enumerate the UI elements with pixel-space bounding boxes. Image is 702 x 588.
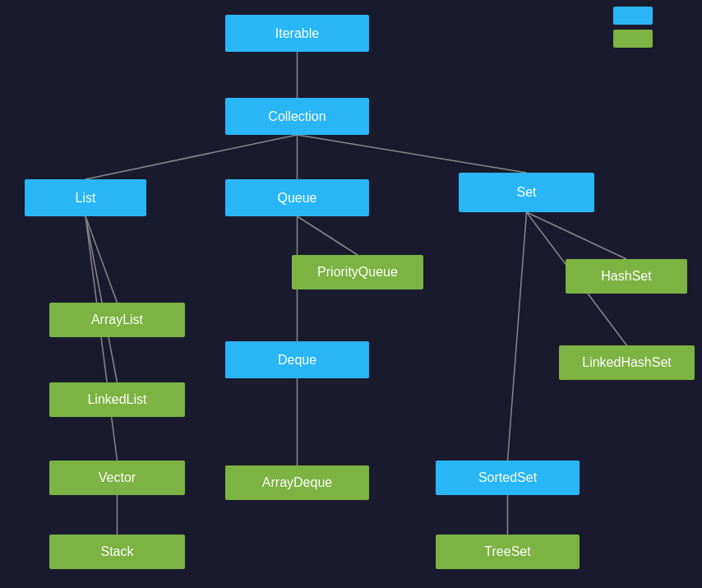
legend-interface-box (613, 7, 653, 25)
legend-interface (613, 7, 653, 25)
legend-class (613, 30, 653, 48)
node-linkedhashset: LinkedHashSet (559, 345, 695, 380)
node-stack: Stack (49, 535, 185, 569)
node-queue: Queue (225, 179, 369, 216)
node-set: Set (459, 173, 594, 212)
node-sortedset: SortedSet (436, 461, 580, 495)
node-arraydeque: ArrayDeque (225, 465, 369, 500)
node-arraylist: ArrayList (49, 303, 185, 337)
node-deque: Deque (225, 341, 369, 378)
svg-line-1 (85, 135, 298, 179)
svg-line-10 (85, 216, 118, 382)
node-list: List (25, 179, 146, 216)
svg-line-9 (85, 216, 118, 303)
node-treeset: TreeSet (436, 535, 580, 569)
legend (613, 7, 653, 48)
svg-line-6 (527, 212, 627, 259)
svg-line-3 (298, 135, 527, 173)
node-hashset: HashSet (566, 259, 687, 294)
node-iterable: Iterable (225, 15, 369, 52)
node-collection: Collection (225, 98, 369, 135)
legend-class-box (613, 30, 653, 48)
svg-line-4 (298, 216, 358, 255)
node-vector: Vector (49, 461, 185, 495)
node-linkedlist: LinkedList (49, 382, 185, 417)
node-priorityqueue: PriorityQueue (292, 255, 423, 289)
svg-line-8 (508, 212, 527, 461)
svg-line-11 (85, 216, 118, 461)
